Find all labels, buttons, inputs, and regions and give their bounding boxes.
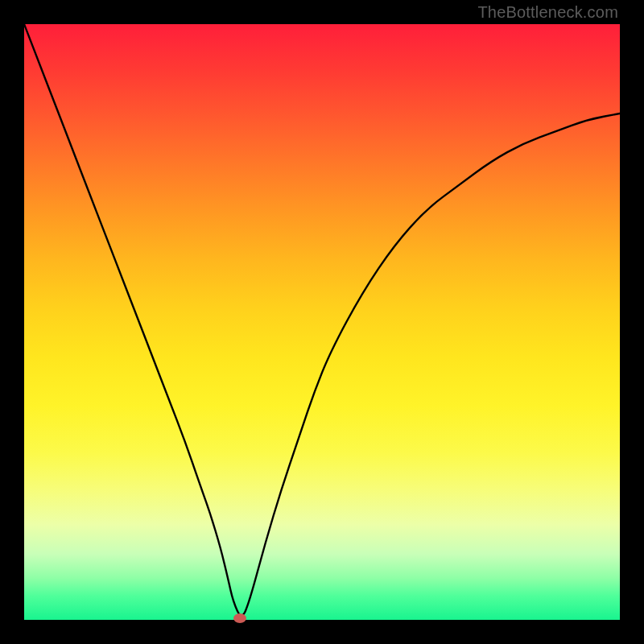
attribution-label: TheBottleneck.com [477, 3, 618, 22]
chart-plot-area [24, 24, 620, 620]
chart-frame: TheBottleneck.com [0, 0, 644, 644]
min-bottleneck-marker [233, 613, 246, 623]
bottleneck-curve [24, 24, 620, 620]
